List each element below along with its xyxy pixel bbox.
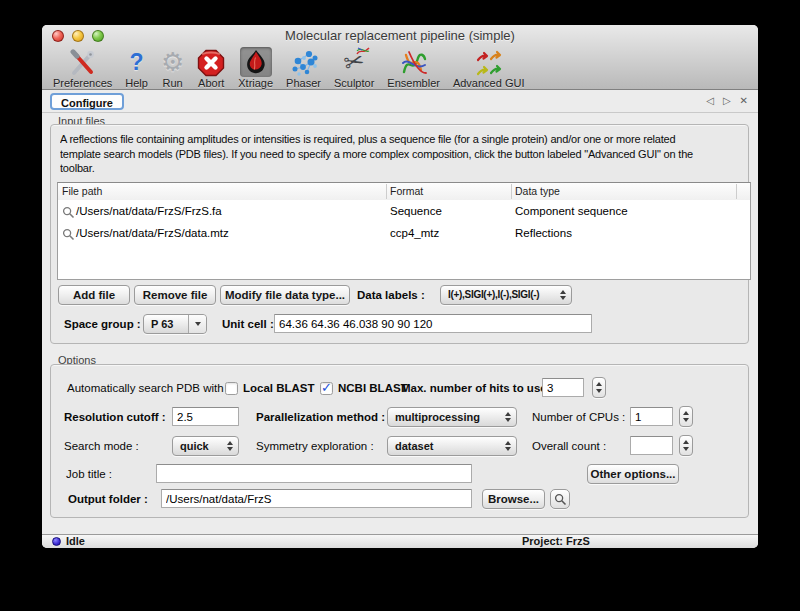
column-divider	[511, 184, 512, 199]
space-group-combo[interactable]: P 63	[143, 314, 207, 334]
scissors-icon	[344, 48, 364, 77]
popup-arrows-icon	[227, 441, 233, 451]
unit-cell-field[interactable]	[274, 314, 592, 333]
traffic-lights	[52, 30, 104, 42]
job-title-field[interactable]	[156, 464, 472, 483]
toolbar-item-run[interactable]: Run	[159, 47, 186, 90]
other-options-button[interactable]: Other options...	[587, 464, 679, 484]
toolbar-item-ensembler[interactable]: Ensembler	[385, 47, 442, 90]
tab-configure[interactable]: Configure	[50, 93, 124, 110]
popup-arrows-icon	[560, 290, 566, 300]
ncbi-blast-checkbox[interactable]	[320, 382, 333, 395]
status-indicator-icon	[52, 537, 61, 546]
symmetry-exploration-label: Symmetry exploration :	[256, 436, 374, 456]
table-row[interactable]: /Users/nat/data/FrzS/FrzS.fa Sequence Co…	[58, 200, 750, 222]
resolution-cutoff-field[interactable]	[172, 407, 239, 426]
remove-file-button[interactable]: Remove file	[134, 285, 216, 305]
data-labels-label: Data labels :	[357, 285, 425, 305]
toolbar-item-label: Help	[125, 77, 148, 89]
number-of-cpus-field[interactable]	[630, 407, 673, 426]
parallelization-method-value: multiprocessing	[395, 411, 480, 423]
max-hits-label: Max. number of hits to use :	[401, 378, 554, 398]
description-line: template search models (PDB files). If y…	[60, 147, 744, 162]
job-title-label: Job title :	[66, 464, 112, 484]
close-tab-icon[interactable]	[740, 94, 748, 108]
browse-button[interactable]: Browse...	[482, 489, 545, 509]
search-mode-dropdown[interactable]: quick	[172, 436, 239, 456]
magnifier-icon[interactable]	[62, 227, 75, 245]
space-group-value: P 63	[151, 318, 173, 330]
max-hits-field[interactable]	[542, 378, 584, 397]
output-folder-field[interactable]	[161, 489, 472, 508]
toolbar-item-abort[interactable]: Abort	[195, 47, 227, 90]
local-blast-label: Local BLAST	[243, 378, 315, 398]
toolbar-item-preferences[interactable]: Preferences	[51, 47, 114, 90]
cell-format: ccp4_mtz	[390, 222, 439, 244]
modify-file-data-type-button[interactable]: Modify file data type...	[220, 285, 350, 305]
toolbar-item-help[interactable]: Help	[123, 47, 150, 90]
toolbar-item-label: Phaser	[286, 77, 321, 89]
tab-configure-label: Configure	[61, 97, 113, 109]
window-title: Molecular replacement pipeline (simple)	[122, 25, 678, 47]
space-group-label: Space group :	[64, 314, 141, 334]
tools-icon	[68, 48, 98, 77]
input-files-description: A reflections file containing amplitudes…	[60, 132, 744, 176]
close-window-button[interactable]	[52, 30, 64, 42]
open-folder-magnifier-button[interactable]	[550, 489, 570, 509]
description-line: A reflections file containing amplitudes…	[60, 132, 744, 147]
arrows-grid-icon	[474, 48, 504, 77]
combo-arrow-icon	[188, 315, 206, 333]
max-hits-stepper[interactable]	[592, 377, 606, 398]
number-of-cpus-stepper[interactable]	[679, 406, 693, 427]
molecule-icon	[289, 48, 319, 77]
auto-search-pdb-label: Automatically search PDB with :	[67, 378, 230, 398]
cell-file-path: /Users/nat/data/FrzS/data.mtz	[76, 222, 229, 244]
column-divider	[386, 184, 387, 199]
zoom-window-button[interactable]	[92, 30, 104, 42]
number-of-cpus-label: Number of CPUs :	[532, 407, 625, 427]
local-blast-checkbox[interactable]	[225, 382, 238, 395]
gear-icon	[161, 48, 184, 77]
description-line: toolbar.	[60, 161, 744, 176]
previous-tab-icon[interactable]	[706, 94, 714, 108]
overall-count-stepper[interactable]	[679, 435, 693, 456]
ncbi-blast-label: NCBI BLAST	[338, 378, 408, 398]
unit-cell-label: Unit cell :	[222, 314, 274, 334]
column-header-data-type[interactable]: Data type	[515, 183, 560, 200]
toolbar-item-xtriage[interactable]: Xtriage	[236, 47, 275, 90]
app-window: Molecular replacement pipeline (simple) …	[42, 25, 758, 548]
next-tab-icon[interactable]	[723, 94, 731, 108]
title-bar[interactable]: Molecular replacement pipeline (simple)	[42, 25, 758, 47]
symmetry-exploration-value: dataset	[395, 440, 434, 452]
toolbar-item-phaser[interactable]: Phaser	[284, 47, 323, 90]
add-file-button[interactable]: Add file	[58, 285, 130, 305]
toolbar-item-advanced-gui[interactable]: Advanced GUI	[451, 47, 527, 90]
ribbons-icon	[399, 48, 429, 77]
toolbar-item-sculptor[interactable]: Sculptor	[332, 47, 376, 90]
minimize-window-button[interactable]	[72, 30, 84, 42]
toolbar-item-label: Xtriage	[238, 77, 273, 89]
search-mode-label: Search mode :	[64, 436, 139, 456]
project-label: Project: FrzS	[522, 535, 590, 548]
magnifier-icon[interactable]	[62, 205, 75, 223]
search-mode-value: quick	[180, 440, 209, 452]
overall-count-field[interactable]	[630, 436, 673, 455]
toolbar-item-label: Abort	[198, 77, 224, 89]
cell-data-type: Reflections	[515, 222, 572, 244]
file-table[interactable]: File path Format Data type /Users/nat/da…	[57, 182, 751, 280]
column-header-file-path[interactable]: File path	[62, 183, 102, 200]
window-chrome: Molecular replacement pipeline (simple) …	[42, 25, 758, 90]
popup-arrows-icon	[505, 441, 511, 451]
stop-icon	[197, 48, 225, 77]
tab-nav-controls	[706, 94, 748, 108]
magnifier-icon	[554, 493, 567, 506]
parallelization-method-label: Parallelization method :	[256, 407, 385, 427]
data-labels-dropdown[interactable]: I(+),SIGI(+),I(-),SIGI(-)	[440, 285, 572, 305]
symmetry-exploration-dropdown[interactable]: dataset	[387, 436, 517, 456]
cell-format: Sequence	[390, 200, 442, 222]
xtriage-logo-icon	[240, 47, 272, 77]
column-header-format[interactable]: Format	[390, 183, 423, 200]
table-row[interactable]: /Users/nat/data/FrzS/data.mtz ccp4_mtz R…	[58, 222, 750, 244]
status-bar: Idle Project: FrzS	[42, 534, 758, 548]
parallelization-method-dropdown[interactable]: multiprocessing	[387, 407, 517, 427]
